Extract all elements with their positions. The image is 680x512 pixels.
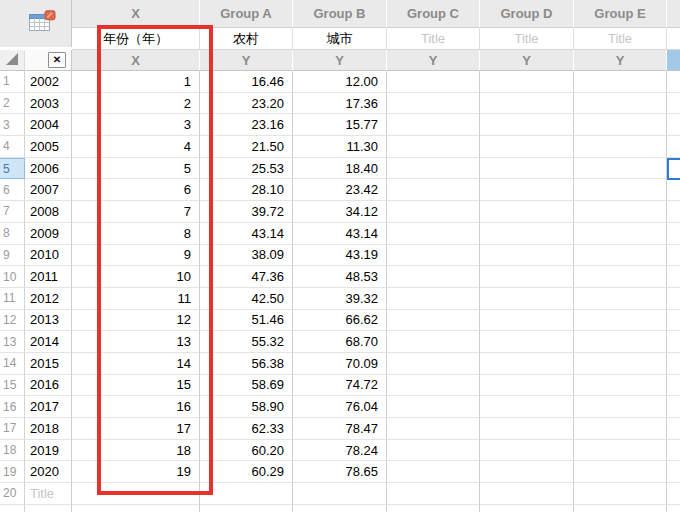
group-c-cell[interactable]	[387, 396, 480, 418]
column-header-group-c[interactable]: Group C	[387, 0, 480, 28]
partial-cell[interactable]	[667, 136, 680, 158]
group-d-cell[interactable]	[480, 440, 574, 462]
partial-cell[interactable]	[667, 375, 680, 397]
group-c-cell[interactable]	[387, 179, 480, 201]
group-e-cell[interactable]	[574, 461, 667, 483]
group-d-cell[interactable]	[480, 353, 574, 375]
group-b-cell[interactable]: 11.30	[293, 136, 387, 158]
row-title-cell[interactable]: 2004	[25, 114, 72, 136]
group-b-cell[interactable]: 74.72	[293, 375, 387, 397]
group-e-cell[interactable]	[574, 71, 667, 93]
group-c-cell[interactable]	[387, 418, 480, 440]
group-d-cell[interactable]	[480, 136, 574, 158]
row-number[interactable]: 12	[0, 310, 25, 332]
group-b-cell[interactable]: 23.42	[293, 179, 387, 201]
group-d-cell[interactable]	[480, 71, 574, 93]
group-c-cell[interactable]	[387, 461, 480, 483]
row-number[interactable]: 1	[0, 71, 25, 93]
group-e-cell[interactable]	[574, 136, 667, 158]
group-d-cell[interactable]	[480, 331, 574, 353]
group-d-cell[interactable]	[480, 375, 574, 397]
group-e-cell[interactable]	[574, 396, 667, 418]
partial-cell[interactable]	[667, 93, 680, 115]
column-header-partial[interactable]	[667, 0, 680, 28]
group-c-cell[interactable]	[387, 310, 480, 332]
column-title-x[interactable]: 年份（年）	[72, 28, 200, 50]
group-b-cell[interactable]: 78.65	[293, 461, 387, 483]
group-e-cell[interactable]	[574, 201, 667, 223]
group-e-cell[interactable]	[574, 353, 667, 375]
group-b-cell[interactable]: 18.40	[293, 158, 387, 180]
group-d-cell[interactable]	[480, 223, 574, 245]
group-a-cell[interactable]	[200, 505, 293, 512]
group-a-cell[interactable]: 58.90	[200, 396, 293, 418]
group-e-cell[interactable]	[574, 93, 667, 115]
group-a-cell[interactable]: 43.14	[200, 223, 293, 245]
x-value-cell[interactable]: 8	[72, 223, 200, 245]
partial-cell[interactable]	[667, 461, 680, 483]
group-a-cell[interactable]: 28.10	[200, 179, 293, 201]
group-b-cell[interactable]: 78.24	[293, 440, 387, 462]
subheader-y-a[interactable]: Y	[200, 50, 293, 71]
group-a-cell[interactable]: 38.09	[200, 245, 293, 267]
row-title-cell[interactable]: 2009	[25, 223, 72, 245]
group-c-cell[interactable]	[387, 201, 480, 223]
row-title-cell[interactable]: Title	[25, 483, 72, 505]
column-header-group-a[interactable]: Group A	[200, 0, 293, 28]
partial-cell[interactable]	[667, 71, 680, 93]
group-a-cell[interactable]: 47.36	[200, 266, 293, 288]
group-c-cell[interactable]	[387, 114, 480, 136]
x-value-cell[interactable]: 13	[72, 331, 200, 353]
row-title-cell[interactable]: 2016	[25, 375, 72, 397]
x-value-cell[interactable]: 7	[72, 201, 200, 223]
group-a-cell[interactable]: 60.20	[200, 440, 293, 462]
subheader-y-e[interactable]: Y	[574, 50, 667, 71]
row-title-cell[interactable]: 2014	[25, 331, 72, 353]
group-c-cell[interactable]	[387, 505, 480, 512]
partial-cell[interactable]	[667, 353, 680, 375]
group-c-cell[interactable]	[387, 288, 480, 310]
group-b-cell[interactable]: 43.19	[293, 245, 387, 267]
group-a-cell[interactable]: 39.72	[200, 201, 293, 223]
group-d-cell[interactable]	[480, 505, 574, 512]
group-c-cell[interactable]	[387, 331, 480, 353]
row-title-cell[interactable]: 2006	[25, 158, 72, 180]
row-number[interactable]: 17	[0, 418, 25, 440]
x-value-cell[interactable]: 6	[72, 179, 200, 201]
group-a-cell[interactable]: 23.20	[200, 93, 293, 115]
row-number[interactable]: 7	[0, 201, 25, 223]
group-e-cell[interactable]	[574, 331, 667, 353]
group-a-cell[interactable]: 16.46	[200, 71, 293, 93]
group-d-cell[interactable]	[480, 179, 574, 201]
subheader-y-c[interactable]: Y	[387, 50, 480, 71]
group-b-cell[interactable]	[293, 483, 387, 505]
row-title-cell[interactable]: 2010	[25, 245, 72, 267]
group-d-cell[interactable]	[480, 245, 574, 267]
row-number[interactable]	[0, 505, 25, 512]
x-value-cell[interactable]: 4	[72, 136, 200, 158]
group-d-cell[interactable]	[480, 158, 574, 180]
row-number[interactable]: 9	[0, 245, 25, 267]
subheader-y-b[interactable]: Y	[293, 50, 387, 71]
row-title-cell[interactable]: 2007	[25, 179, 72, 201]
group-a-cell[interactable]: 62.33	[200, 418, 293, 440]
table-corner[interactable]	[0, 0, 72, 47]
group-d-cell[interactable]	[480, 201, 574, 223]
group-e-cell[interactable]	[574, 483, 667, 505]
column-title-group-a[interactable]: 农村	[200, 28, 293, 50]
group-e-cell[interactable]	[574, 288, 667, 310]
group-a-cell[interactable]: 58.69	[200, 375, 293, 397]
column-title-group-d[interactable]: Title	[480, 28, 574, 50]
column-title-partial[interactable]	[667, 28, 680, 50]
group-b-cell[interactable]: 43.14	[293, 223, 387, 245]
column-header-group-b[interactable]: Group B	[293, 0, 387, 28]
row-number[interactable]: 13	[0, 331, 25, 353]
group-b-cell[interactable]: 39.32	[293, 288, 387, 310]
group-b-cell[interactable]: 76.04	[293, 396, 387, 418]
x-value-cell[interactable]: 2	[72, 93, 200, 115]
row-number[interactable]: 14	[0, 353, 25, 375]
row-title-cell[interactable]: 2003	[25, 93, 72, 115]
group-b-cell[interactable]: 68.70	[293, 331, 387, 353]
x-value-cell[interactable]: 12	[72, 310, 200, 332]
x-value-cell[interactable]: 18	[72, 440, 200, 462]
